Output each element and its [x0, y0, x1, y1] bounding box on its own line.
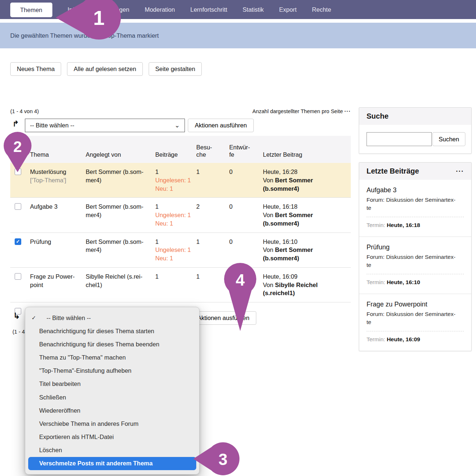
table-header: Thema Angelegt von Beiträge Besu- che En… [10, 136, 351, 163]
check-icon: ✓ [31, 315, 36, 321]
topic-author: Bert Sommer (b.som- mer4) [86, 202, 155, 219]
posts-count: 1 [155, 202, 193, 211]
tab-einstellungen[interactable]: Einstellungen [93, 0, 129, 19]
menu-item-schliessen[interactable]: Schließen [25, 391, 199, 404]
list-item: Frage zu Powerpoint Forum: Diskussion de… [359, 294, 471, 351]
entry-forum: Forum: Diskussion der Seminartex- te [367, 253, 464, 269]
header-letzter-beitrag: Letzter Beitrag [263, 151, 351, 159]
termin-value: Heute, 16:18 [387, 222, 420, 228]
apply-arrow-icon: ↱ [12, 119, 19, 128]
drafts-count: 0 [229, 238, 263, 246]
menu-item-loeschen[interactable]: Löschen [25, 444, 199, 457]
posts-count: 1 [155, 272, 193, 281]
per-page-control[interactable]: Anzahl dargestellter Themen pro Seite ··… [252, 108, 351, 114]
search-panel: Suche Suchen [359, 107, 472, 154]
design-page-button[interactable]: Seite gestalten [149, 62, 202, 76]
new-topic-button[interactable]: Neues Thema [10, 62, 61, 76]
menu-item-bitte-waehlen[interactable]: ✓ -- Bitte wählen -- [25, 311, 199, 324]
actions-dropdown-menu: ✓ -- Bitte wählen -- Benachrichtigung fü… [25, 307, 200, 475]
termin-label: Termin: [367, 222, 385, 228]
termin-label: Termin: [367, 336, 385, 342]
menu-item-verschmelze-posts[interactable]: Verschmelze Posts mit anderem Thema [28, 457, 196, 470]
latest-posts-panel: Letzte Beiträge ··· Aufgabe 3 Forum: Dis… [359, 162, 472, 351]
action-select-top[interactable]: -- Bitte wählen -- ⌄ [25, 119, 185, 132]
termin-value: Heute, 16:09 [387, 336, 420, 342]
von-label: Von [263, 282, 273, 288]
menu-item-verschiebe-thema[interactable]: Verschiebe Thema in anderes Forum [25, 417, 199, 430]
row-checkbox-checked[interactable]: ✓ [15, 238, 21, 245]
visits-count: 1 [196, 238, 229, 246]
drafts-count: 0 [229, 168, 263, 176]
header-thema: Thema [30, 151, 86, 159]
tab-info[interactable]: Info [68, 0, 78, 19]
tab-export[interactable]: Export [279, 0, 297, 19]
forum-admin-page: Themen Info Einstellungen Moderation Ler… [0, 0, 476, 476]
tab-moderation[interactable]: Moderation [145, 0, 175, 19]
callout-3: 3 [192, 442, 243, 476]
per-page-dots-icon[interactable]: ··· [345, 108, 351, 114]
tab-themen[interactable]: Themen [10, 3, 52, 17]
divider [367, 331, 464, 331]
last-post-time: Heute, 16:09 [263, 272, 347, 281]
new-count: Neu: 1 [155, 254, 193, 263]
divider [367, 217, 464, 217]
menu-item-wiedereroeffnen[interactable]: Wiedereröffnen [25, 404, 199, 417]
termin-label: Termin: [367, 279, 385, 285]
search-input[interactable] [367, 132, 432, 146]
posts-count: 1 [155, 168, 193, 176]
topics-table: Thema Angelegt von Beiträge Besu- che En… [10, 136, 351, 320]
menu-item-top-thema-aufheben[interactable]: "Top-Thema"-Einstufung aufheben [25, 364, 199, 378]
topic-title[interactable]: Frage zu Power- point [30, 272, 82, 289]
mark-all-read-button[interactable]: Alle auf gelesen setzen [67, 62, 143, 76]
latest-posts-title: Letzte Beiträge [367, 167, 419, 175]
topic-title[interactable]: Musterlösung [30, 168, 82, 176]
entry-title[interactable]: Aufgabe 3 [367, 186, 464, 194]
row-checkbox[interactable] [15, 203, 21, 210]
callout-3-number: 3 [219, 450, 227, 468]
entry-title[interactable]: Prüfung [367, 243, 464, 251]
table-row: ✓ Prüfung Bert Sommer (b.som- mer4) 1 Un… [10, 233, 351, 268]
tab-lernfortschritt[interactable]: Lernfortschritt [190, 0, 227, 19]
entry-title[interactable]: Frage zu Powerpoint [367, 301, 464, 308]
menu-item-top-thema-machen[interactable]: Thema zu "Top-Thema" machen [25, 351, 199, 364]
execute-actions-button-top[interactable]: Aktionen ausführen [188, 119, 254, 132]
termin-value: Heute, 16:10 [387, 279, 420, 285]
menu-item-benachrichtigung-beenden[interactable]: Benachrichtigung für dieses Thema beende… [25, 338, 199, 351]
menu-item-label: -- Bitte wählen -- [47, 315, 91, 321]
table-row: Frage zu Power- point Sibylle Reichel (s… [10, 268, 351, 302]
table-row: Aufgabe 3 Bert Sommer (b.som- mer4) 1 Un… [10, 198, 351, 233]
header-besuche: Besu- che [196, 144, 229, 159]
topics-section: (1 - 4 von 4) Anzahl dargestellter Theme… [10, 108, 351, 320]
tab-statistik[interactable]: Statistik [243, 0, 264, 19]
chevron-down-icon: ⌄ [175, 122, 180, 129]
search-panel-header: Suche [359, 108, 471, 125]
panel-dots-icon[interactable]: ··· [456, 167, 464, 175]
menu-item-titel-bearbeiten[interactable]: Titel bearbeiten [25, 378, 199, 391]
latest-posts-header: Letzte Beiträge ··· [359, 163, 471, 180]
menu-item-exportieren-html[interactable]: Exportieren als HTML-Datei [25, 431, 199, 444]
execute-actions-button-bottom[interactable]: Aktionen ausführen [190, 311, 256, 325]
row-checkbox[interactable] [15, 273, 21, 280]
entry-forum: Forum: Diskussion der Seminartex- te [367, 310, 464, 327]
tab-rechte[interactable]: Rechte [312, 0, 331, 19]
row-checkbox[interactable] [15, 168, 21, 175]
topic-title[interactable]: Aufgabe 3 [30, 202, 82, 211]
visits-count: 1 [196, 168, 229, 176]
status-banner-text: Die gewählten Themen wurden als Top-Them… [10, 32, 159, 39]
menu-item-benachrichtigung-starten[interactable]: Benachrichtigung für dieses Thema starte… [25, 324, 199, 338]
topic-author: Bert Sommer (b.som- mer4) [86, 238, 155, 254]
pagination-range: (1 - 4 von 4) [10, 108, 39, 114]
drafts-count: 0 [229, 202, 263, 211]
search-panel-body: Suchen [359, 125, 471, 153]
header-beitraege: Beiträge [155, 151, 196, 159]
von-label: Von [263, 177, 273, 183]
per-page-label: Anzahl dargestellter Themen pro Seite [252, 108, 343, 114]
header-entwuerfe: Entwür- fe [229, 144, 263, 159]
search-button[interactable]: Suchen [432, 132, 465, 146]
topic-flag: ['Top-Thema'] [30, 176, 82, 185]
list-item: Prüfung Forum: Diskussion der Seminartex… [359, 237, 471, 294]
action-row-top: ↱ -- Bitte wählen -- ⌄ Aktionen ausführe… [10, 119, 351, 132]
last-post-time: Heute, 16:10 [263, 238, 347, 246]
entry-forum: Forum: Diskussion der Seminartex- te [367, 196, 464, 212]
topic-title[interactable]: Prüfung [30, 238, 82, 246]
